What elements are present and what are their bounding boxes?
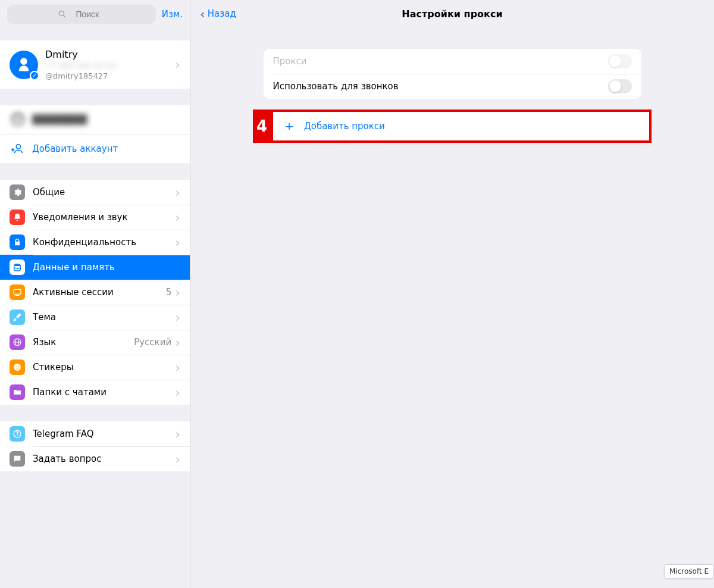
chevron-right-icon: › [175, 452, 180, 467]
chevron-right-icon: › [175, 427, 180, 442]
proxy-label: Прокси [273, 56, 608, 67]
search-input[interactable] [70, 10, 105, 19]
devices-icon [10, 284, 25, 300]
chevron-right-icon: › [175, 210, 180, 225]
menu-theme[interactable]: Тема › [0, 305, 190, 330]
svg-point-5 [14, 264, 21, 266]
svg-point-2 [16, 145, 20, 149]
main-header: ‹ Назад Настройки прокси [190, 0, 714, 27]
profile-avatar [10, 51, 38, 79]
search-icon [58, 10, 66, 20]
menu-notifications[interactable]: Уведомления и звук › [0, 205, 190, 230]
brush-icon [10, 309, 25, 325]
add-account-label: Добавить аккаунт [32, 143, 118, 154]
other-account-row[interactable]: ████████ [0, 105, 190, 135]
callout-number: 4 [253, 110, 271, 143]
chevron-left-icon: ‹ [200, 7, 205, 21]
svg-line-1 [64, 15, 65, 17]
menu-language[interactable]: Язык Русский › [0, 330, 190, 355]
menu-label: Конфиденциальность [33, 237, 175, 248]
chevron-right-icon: › [175, 285, 180, 300]
bell-icon [10, 209, 25, 225]
other-account-name: ████████ [32, 114, 87, 125]
lock-icon [10, 234, 25, 250]
bottom-tooltip: Microsoft E [664, 564, 714, 578]
sidebar: Изм. Dmitry +7 900 000 00 00 @dmitry1854… [0, 0, 190, 588]
chevron-right-icon: › [175, 310, 180, 325]
main-content: ‹ Назад Настройки прокси Прокси Использо… [190, 0, 714, 588]
svg-point-12 [15, 366, 17, 367]
add-account-button[interactable]: Добавить аккаунт [0, 135, 190, 163]
profile-phone: +7 900 000 00 00 [45, 61, 175, 70]
search-box[interactable] [7, 5, 156, 24]
svg-point-11 [14, 364, 21, 371]
add-proxy-callout: 4 ＋ Добавить прокси [253, 110, 652, 143]
other-account-avatar [10, 111, 26, 128]
menu-stickers[interactable]: Стикеры › [0, 355, 190, 380]
profile-info: Dmitry +7 900 000 00 00 @dmitry185427 [45, 49, 175, 80]
sessions-count: 5 [166, 287, 172, 298]
chat-icon [10, 451, 25, 467]
chevron-right-icon: › [175, 185, 180, 200]
menu-label: Стикеры [33, 362, 175, 373]
svg-point-13 [18, 366, 19, 367]
folder-icon [10, 384, 25, 400]
calls-toggle[interactable] [608, 79, 632, 93]
chevron-right-icon: › [175, 57, 180, 72]
proxy-settings-panel: Прокси Использовать для звонков [264, 49, 641, 99]
back-button[interactable]: ‹ Назад [200, 0, 236, 27]
menu-label: Задать вопрос [33, 453, 175, 464]
chevron-right-icon: › [175, 235, 180, 250]
menu-label: Активные сессии [33, 287, 166, 298]
chevron-right-icon: › [175, 360, 180, 375]
menu-label: Telegram FAQ [33, 429, 175, 439]
svg-rect-6 [14, 289, 21, 294]
help-group: ? Telegram FAQ › Задать вопрос › [0, 421, 190, 471]
chevron-right-icon: › [175, 335, 180, 350]
database-icon [10, 259, 25, 275]
menu-label: Общие [33, 187, 175, 198]
add-proxy-label: Добавить прокси [304, 121, 385, 132]
menu-folders[interactable]: Папки с чатами › [0, 380, 190, 405]
menu-label: Язык [33, 337, 134, 348]
menu-data-memory[interactable]: Данные и память [0, 255, 190, 280]
menu-label: Тема [33, 312, 175, 323]
menu-label: Уведомления и звук [33, 212, 175, 223]
profile-name: Dmitry [45, 49, 175, 60]
proxy-toggle [608, 54, 632, 68]
settings-group: Общие › Уведомления и звук › Конфиденциа… [0, 180, 190, 405]
add-person-icon [10, 140, 26, 157]
svg-point-0 [59, 11, 64, 15]
menu-sessions[interactable]: Активные сессии 5 › [0, 280, 190, 305]
edit-button[interactable]: Изм. [162, 9, 183, 20]
menu-privacy[interactable]: Конфиденциальность › [0, 230, 190, 255]
profile-handle: @dmitry185427 [45, 71, 175, 80]
use-for-calls-row: Использовать для звонков [264, 74, 641, 99]
question-icon: ? [10, 426, 25, 442]
calls-label: Использовать для звонков [273, 81, 608, 92]
menu-general[interactable]: Общие › [0, 180, 190, 205]
gear-icon [10, 184, 25, 200]
globe-icon [10, 334, 25, 350]
proxy-toggle-row: Прокси [264, 49, 641, 74]
menu-faq[interactable]: ? Telegram FAQ › [0, 421, 190, 446]
page-title: Настройки прокси [402, 8, 502, 20]
language-value: Русский [134, 337, 171, 348]
menu-ask[interactable]: Задать вопрос › [0, 446, 190, 471]
svg-text:?: ? [15, 431, 18, 437]
profile-row[interactable]: Dmitry +7 900 000 00 00 @dmitry185427 › [0, 40, 190, 89]
menu-label: Папки с чатами [33, 387, 175, 398]
chevron-right-icon: › [175, 385, 180, 400]
plus-icon: ＋ [283, 117, 296, 135]
back-label: Назад [208, 8, 236, 19]
sidebar-topbar: Изм. [0, 0, 190, 29]
verified-badge-icon [30, 71, 39, 80]
sticker-icon [10, 359, 25, 375]
add-proxy-button[interactable]: ＋ Добавить прокси [271, 110, 652, 143]
menu-label: Данные и память [33, 262, 180, 273]
